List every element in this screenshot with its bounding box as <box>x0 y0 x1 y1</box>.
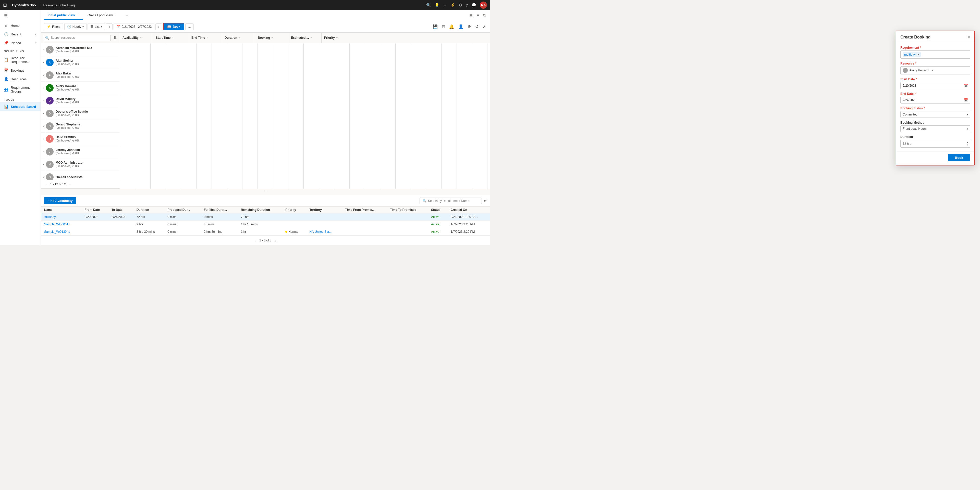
tab-menu-icon[interactable]: ⋮ <box>76 14 80 17</box>
table-row[interactable]: Sample_WO139413 hrs 30 mins0 mins2 hrs 3… <box>41 228 490 236</box>
req-refresh-icon[interactable]: ↺ <box>484 199 487 203</box>
table-column-header[interactable]: Remaining Duration <box>238 206 283 213</box>
expand-row-icon[interactable]: › <box>41 43 46 56</box>
tab-initial-public-view[interactable]: Initial public view ⋮ <box>44 11 83 20</box>
list-view-icon[interactable]: ≡ <box>476 12 480 19</box>
collapse-button[interactable]: ⌃ <box>41 189 490 195</box>
resource-row[interactable]: › D David Mallory (0m booked) ⊙ 0% <box>41 94 120 107</box>
tab-menu-icon[interactable]: ⋮ <box>115 14 117 17</box>
expand-row-icon[interactable]: › <box>41 107 46 120</box>
columns-icon[interactable]: ⊟ <box>441 23 446 30</box>
expand-row-icon[interactable]: › <box>41 82 46 94</box>
table-column-header[interactable]: Territory <box>307 206 342 213</box>
sidebar-item-bookings[interactable]: 📅 Bookings <box>0 66 41 75</box>
sidebar-item-requirement-groups[interactable]: 👥 Requirement Groups <box>0 83 41 95</box>
resource-row[interactable]: › O On-call specialists <box>41 171 120 180</box>
resource-row[interactable]: › G Gerald Stephens (0m booked) ⊙ 0% <box>41 120 120 133</box>
req-name-link[interactable]: Sample_WO13941 <box>44 230 70 233</box>
table-column-header[interactable]: To Date <box>108 206 134 213</box>
req-search-input[interactable] <box>428 199 479 203</box>
sidebar-item-resources[interactable]: 👤 Resources <box>0 75 41 83</box>
sidebar-item-schedule-board[interactable]: 📊 Schedule Board <box>0 102 41 111</box>
person-icon[interactable]: 👤 <box>457 23 465 30</box>
table-column-header[interactable]: From Date <box>82 206 108 213</box>
req-name-link[interactable]: Sample_WO00011 <box>44 222 70 226</box>
next-date-button[interactable]: › <box>156 24 162 30</box>
expand-icon[interactable]: ⤢ <box>482 23 487 30</box>
hamburger-icon[interactable]: ☰ <box>0 10 41 21</box>
expand-row-icon[interactable]: › <box>41 69 46 81</box>
notification-icon[interactable]: 🔔 <box>448 23 455 30</box>
plus-icon[interactable]: ＋ <box>443 3 447 8</box>
expand-row-icon[interactable]: › <box>41 145 46 158</box>
expand-row-icon[interactable]: › <box>41 171 46 180</box>
expand-row-icon[interactable]: › <box>41 94 46 107</box>
table-column-header[interactable]: Time From Promis... <box>342 206 387 213</box>
waffle-icon[interactable]: ⊞ <box>3 2 7 8</box>
duration-header[interactable]: Duration ⌃ <box>222 33 255 43</box>
table-row[interactable]: Sample_WO000112 hrs0 mins45 mins1 hr 15 … <box>41 221 490 228</box>
search-nav-icon[interactable]: 🔍 <box>426 3 431 7</box>
availability-header[interactable]: Availability ⌃ <box>120 33 153 43</box>
sort-icon[interactable]: ⇅ <box>112 35 118 41</box>
help-icon[interactable]: 💡 <box>434 3 439 7</box>
sidebar-item-requirements[interactable]: 📋 Resource Requireme... <box>0 54 41 66</box>
next-page-icon[interactable]: › <box>274 238 278 243</box>
table-column-header[interactable]: Name <box>41 206 82 213</box>
sidebar-item-pinned[interactable]: 📌 Pinned ▾ <box>0 38 41 47</box>
expand-row-icon[interactable]: › <box>41 120 46 132</box>
expand-row-icon[interactable]: › <box>41 133 46 145</box>
start-time-header[interactable]: Start Time ⌃ <box>153 33 189 43</box>
expand-row-icon[interactable]: › <box>41 56 46 68</box>
tab-on-call-pool-view[interactable]: On-call pool view ⋮ <box>84 11 121 20</box>
resource-row[interactable]: › J Jeremy Johnson (0m booked) ⊙ 0% <box>41 145 120 158</box>
search-resources-input[interactable]: 🔍 <box>43 35 111 41</box>
board-icon[interactable]: ⊞ <box>468 12 474 19</box>
settings-icon[interactable]: ⚙ <box>466 23 472 30</box>
table-column-header[interactable]: Proposed Dur... <box>164 206 200 213</box>
resource-row[interactable]: › A Alex Baker (0m booked) ⊙ 0% <box>41 69 120 82</box>
chat-icon[interactable]: 💬 <box>471 3 476 7</box>
prev-page-icon[interactable]: ‹ <box>253 238 258 243</box>
sidebar-item-recent[interactable]: 🕐 Recent ▾ <box>0 30 41 38</box>
resource-row[interactable]: › A Alan Steiner (0m booked) ⊙ 0% <box>41 56 120 69</box>
territory-link[interactable]: NA-United Sta... <box>310 230 332 233</box>
resource-row[interactable]: › D Doctor's office Seattle (0m booked) … <box>41 107 120 120</box>
table-column-header[interactable]: Fulfilled Durat... <box>201 206 238 213</box>
resource-row[interactable]: › M MOD Administrator (0m booked) ⊙ 0% <box>41 158 120 171</box>
table-row[interactable]: multiday2/20/20232/24/202372 hrs0 mins0 … <box>41 213 490 221</box>
hourly-button[interactable]: 🕐 Hourly ▾ <box>64 23 87 30</box>
find-availability-button[interactable]: Find Availability <box>44 197 76 204</box>
prev-page-icon[interactable]: ‹ <box>44 182 48 187</box>
save-icon[interactable]: 💾 <box>431 23 439 30</box>
end-time-header[interactable]: End Time ⌃ <box>189 33 222 43</box>
more-options-button[interactable]: ... <box>185 24 193 30</box>
sidebar-item-home[interactable]: ⌂ Home <box>0 21 41 30</box>
estimated-header[interactable]: Estimated ... ⌃ <box>288 33 321 43</box>
user-avatar[interactable]: MA <box>480 2 487 9</box>
table-column-header[interactable]: Created On <box>448 206 490 213</box>
list-button[interactable]: ☰ List ▾ <box>88 23 105 30</box>
expand-row-icon[interactable]: › <box>41 158 46 171</box>
date-range-button[interactable]: 📅 2/21/2023 - 2/27/2023 <box>114 23 154 30</box>
prev-date-button[interactable]: ‹ <box>106 24 113 30</box>
req-name-link[interactable]: multiday <box>45 215 56 219</box>
table-column-header[interactable]: Duration <box>134 206 164 213</box>
resource-row[interactable]: › A Abraham McCormick MD (0m booked) ⊙ 0… <box>41 43 120 56</box>
filters-button[interactable]: ⚡ Filters <box>44 23 63 30</box>
new-window-icon[interactable]: ⧉ <box>482 12 487 19</box>
question-icon[interactable]: ? <box>466 3 468 7</box>
table-column-header[interactable]: Priority <box>282 206 306 213</box>
priority-header[interactable]: Priority ⌃ <box>321 33 350 43</box>
search-input[interactable] <box>51 36 108 40</box>
add-tab-button[interactable]: ＋ <box>123 11 131 20</box>
resource-row[interactable]: › A Avery Howard (0m booked) ⊙ 0% <box>41 82 120 94</box>
table-column-header[interactable]: Time To Promised <box>387 206 428 213</box>
next-page-icon[interactable]: › <box>68 182 72 187</box>
book-button[interactable]: 📖 Book <box>163 23 184 30</box>
resource-row[interactable]: › H Halle Griffiths (0m booked) ⊙ 0% <box>41 133 120 145</box>
filter-nav-icon[interactable]: ⚡ <box>450 3 455 7</box>
settings-nav-icon[interactable]: ⚙ <box>459 3 462 7</box>
refresh-icon[interactable]: ↺ <box>474 23 479 30</box>
booking-header[interactable]: Booking ⌃ <box>255 33 288 43</box>
